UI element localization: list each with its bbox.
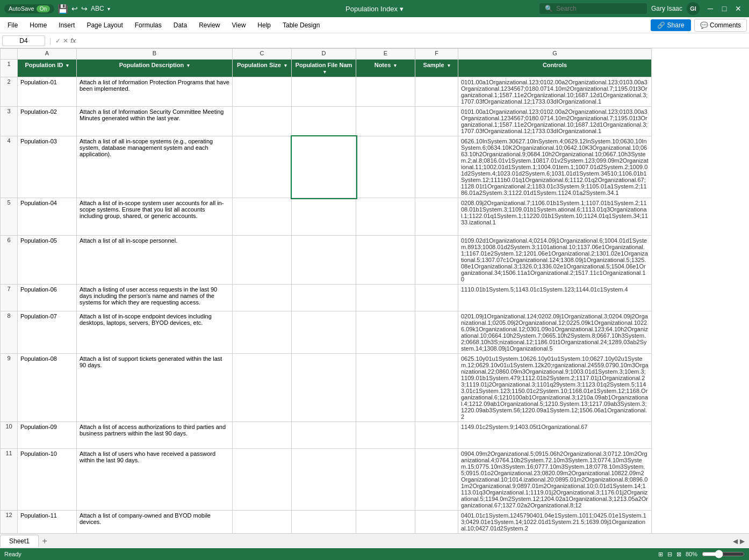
header-sample[interactable]: Sample ▾ <box>415 60 458 77</box>
cancel-formula-icon[interactable]: ✕ <box>63 37 68 45</box>
search-input[interactable] <box>556 5 631 12</box>
pop-id-cell-9[interactable]: Population-10 <box>18 449 77 511</box>
pop-size-cell-9[interactable] <box>233 449 292 511</box>
notes-cell-1[interactable] <box>356 107 415 136</box>
notes-cell-2[interactable] <box>356 136 415 198</box>
controls-cell-8[interactable]: 1149.01c2System.9;1403.05t1Organizationa… <box>458 422 652 449</box>
pop-desc-cell-10[interactable]: Attach a list of company-owned and BYOD … <box>77 511 233 534</box>
pop-desc-cell-3[interactable]: Attach a list of in-scope system user ac… <box>77 198 233 236</box>
pop-id-cell-3[interactable]: Population-04 <box>18 198 77 236</box>
minimize-button[interactable]: ─ <box>704 2 717 15</box>
pop-size-cell-6[interactable] <box>233 311 292 354</box>
pop-id-filter[interactable]: ▾ <box>66 63 69 68</box>
abc-icon[interactable]: ABC <box>91 5 104 12</box>
pop-id-cell-7[interactable]: Population-08 <box>18 354 77 422</box>
dropdown-icon[interactable]: ▾ <box>107 6 110 12</box>
pop-size-cell-7[interactable] <box>233 354 292 422</box>
maximize-button[interactable]: □ <box>718 2 731 15</box>
menu-page-layout[interactable]: Page Layout <box>81 19 128 31</box>
pop-size-cell-4[interactable] <box>233 236 292 285</box>
sample-cell-8[interactable] <box>415 422 458 449</box>
controls-cell-6[interactable]: 0201.09j1Organizational.124;0202.09j1Org… <box>458 311 652 354</box>
menu-file[interactable]: File <box>2 19 23 31</box>
pop-id-cell-10[interactable]: Population-11 <box>18 511 77 534</box>
pop-size-cell-2[interactable] <box>233 136 292 198</box>
sample-filter[interactable]: ▾ <box>448 63 450 68</box>
col-header-a[interactable]: A <box>18 49 77 60</box>
notes-cell-5[interactable] <box>356 285 415 311</box>
menu-help[interactable]: Help <box>252 19 276 31</box>
pop-id-cell-8[interactable]: Population-09 <box>18 422 77 449</box>
col-header-c[interactable]: C <box>233 49 292 60</box>
pop-size-cell-8[interactable] <box>233 422 292 449</box>
controls-cell-5[interactable]: 1110.01b1System.5;1143.01c1System.123;11… <box>458 285 652 311</box>
zoom-slider[interactable] <box>702 550 745 558</box>
autosave-toggle[interactable]: On <box>37 5 50 12</box>
sample-cell-7[interactable] <box>415 354 458 422</box>
notes-cell-6[interactable] <box>356 311 415 354</box>
col-header-b[interactable]: B <box>77 49 233 60</box>
pop-id-cell-4[interactable]: Population-05 <box>18 236 77 285</box>
sheet-tab-1[interactable]: Sheet1 <box>0 535 39 547</box>
check-icon[interactable]: ✓ <box>55 37 61 45</box>
pop-size-cell-1[interactable] <box>233 107 292 136</box>
sheet-scroll[interactable]: A B C D E F G 1 Population ID ▾ Populati… <box>0 48 749 533</box>
page-layout-icon[interactable]: ⊟ <box>667 551 672 558</box>
pop-file-cell-5[interactable] <box>292 285 356 311</box>
pop-id-cell-5[interactable]: Population-06 <box>18 285 77 311</box>
controls-cell-2[interactable]: 0626.10InSystem.30627.10InSystem.4;0629.… <box>458 136 652 198</box>
pop-size-filter[interactable]: ▾ <box>284 63 287 68</box>
sample-cell-5[interactable] <box>415 285 458 311</box>
controls-cell-7[interactable]: 0625.10y01u1System.10626.10y01u1System.1… <box>458 354 652 422</box>
col-header-d[interactable]: D <box>292 49 356 60</box>
sample-cell-3[interactable] <box>415 198 458 236</box>
notes-cell-0[interactable] <box>356 77 415 107</box>
grid-icon[interactable]: ⊞ <box>658 551 663 558</box>
notes-cell-4[interactable] <box>356 236 415 285</box>
pop-desc-cell-9[interactable]: Attach a list of users who have received… <box>77 449 233 511</box>
pop-file-cell-6[interactable] <box>292 311 356 354</box>
sample-cell-0[interactable] <box>415 77 458 107</box>
pop-file-cell-2[interactable] <box>292 136 356 198</box>
pop-file-cell-10[interactable] <box>292 511 356 534</box>
menu-insert[interactable]: Insert <box>53 19 80 31</box>
header-pop-file[interactable]: Population File Nam ▾ <box>292 60 356 77</box>
pop-desc-cell-0[interactable]: Attach a list of Information Protection … <box>77 77 233 107</box>
menu-table-design[interactable]: Table Design <box>277 19 325 31</box>
pop-desc-cell-6[interactable]: Attach a list of in-scope endpoint devic… <box>77 311 233 354</box>
sample-cell-10[interactable] <box>415 511 458 534</box>
pop-desc-cell-8[interactable]: Attach a list of access authorizations t… <box>77 422 233 449</box>
header-pop-desc[interactable]: Population Description ▾ <box>77 60 233 77</box>
header-pop-size[interactable]: Population Size ▾ <box>233 60 292 77</box>
notes-cell-3[interactable] <box>356 198 415 236</box>
pop-id-cell-1[interactable]: Population-02 <box>18 107 77 136</box>
undo-icon[interactable]: ↩ <box>71 4 78 13</box>
scroll-left-icon[interactable]: ◀ <box>733 537 738 545</box>
close-button[interactable]: ✕ <box>732 2 745 15</box>
controls-cell-1[interactable]: 0101.00a1Organizational.123;0102.00a2Org… <box>458 107 652 136</box>
menu-home[interactable]: Home <box>24 19 52 31</box>
pop-desc-cell-1[interactable]: Attach a list of Information Security Co… <box>77 107 233 136</box>
sample-cell-4[interactable] <box>415 236 458 285</box>
menu-data[interactable]: Data <box>168 19 192 31</box>
pop-size-cell-10[interactable] <box>233 511 292 534</box>
notes-cell-9[interactable] <box>356 449 415 511</box>
pop-size-cell-5[interactable] <box>233 285 292 311</box>
pop-desc-filter[interactable]: ▾ <box>187 63 190 68</box>
pop-desc-cell-7[interactable]: Attach a list of support tickets generat… <box>77 354 233 422</box>
notes-cell-10[interactable] <box>356 511 415 534</box>
save-icon[interactable]: 💾 <box>57 4 68 14</box>
controls-cell-10[interactable]: 0401.01c1System.1245790401.04e1System.10… <box>458 511 652 534</box>
pop-size-cell-0[interactable] <box>233 77 292 107</box>
share-button[interactable]: 🔗 Share <box>651 19 690 31</box>
menu-formulas[interactable]: Formulas <box>129 19 167 31</box>
sample-cell-1[interactable] <box>415 107 458 136</box>
scroll-right-icon[interactable]: ▶ <box>740 537 745 545</box>
pop-file-cell-1[interactable] <box>292 107 356 136</box>
add-sheet-button[interactable]: + <box>39 535 51 547</box>
header-controls[interactable]: Controls <box>458 60 652 77</box>
cell-reference-input[interactable] <box>2 35 45 46</box>
pop-id-cell-6[interactable]: Population-07 <box>18 311 77 354</box>
pop-size-cell-3[interactable] <box>233 198 292 236</box>
sample-cell-2[interactable] <box>415 136 458 198</box>
